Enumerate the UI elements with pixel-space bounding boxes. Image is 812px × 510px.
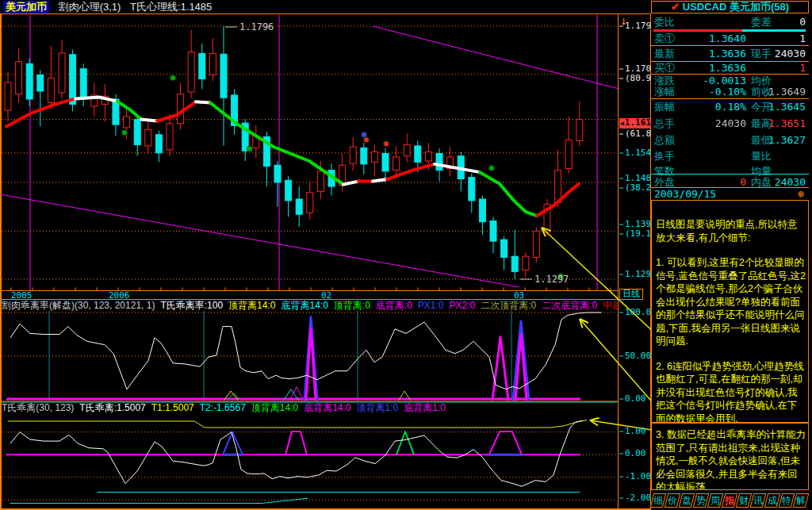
quote-cell: 1.3640 — [686, 33, 746, 44]
bottom-panel-plot — [2, 420, 617, 504]
quote-row: 总手24030最高1.3651 — [651, 118, 809, 129]
tab-势[interactable]: 势 — [693, 493, 709, 508]
mid-indicator-header: 割肉乖离率(解盘)(30, 123, 20121, 1)T氏乖离率:100顶背离… — [2, 301, 617, 311]
bid-ask-ratio-bar — [653, 29, 806, 32]
indicator-header-item: T2:-1.6567 — [200, 403, 246, 413]
indicator-header-item: T氏乖离(30, 123) — [2, 403, 74, 413]
price-axis-strip: ↓ 1.17961.1701(80.9%)1.1612(61.8%)1.1546… — [619, 14, 651, 508]
psychology-line — [6, 98, 579, 217]
bottom-tab-bar: 细价盘势周指财讯成特解 — [651, 492, 812, 508]
quote-row: 振幅0.18%今开1.3645 — [651, 102, 809, 113]
indicator-header-item: 顶背离14:0 — [251, 403, 298, 413]
panel-divider — [651, 45, 809, 46]
tab-成[interactable]: 成 — [764, 493, 780, 508]
indicator-header-item: 顶背离:0 — [334, 301, 370, 311]
quote-cell: 24030 — [753, 177, 806, 188]
bottom-indicator-header: T氏乖离(30, 123)T氏乖离:1.5007T1:1.5007T2:-1.6… — [2, 403, 617, 413]
quote-cell: 1.3651 — [753, 118, 806, 129]
tab-价[interactable]: 价 — [665, 493, 680, 508]
axis-label: 0.00 — [625, 449, 646, 458]
scroll-down-icon[interactable]: ↓ — [621, 14, 626, 27]
tab-指[interactable]: 指 — [722, 493, 737, 508]
annotation-point-3: 3. 数据已经超出乖离率的计算能力范围了,只有请出祖宗来,出现这种情况,一般不久… — [656, 428, 806, 490]
panel-frames — [0, 1, 652, 509]
quote-cell: 卖① — [654, 33, 675, 44]
trend-channel-lines — [0, 26, 619, 287]
tab-财[interactable]: 财 — [736, 493, 752, 508]
annotation-box-1: 日线图是要说明的重点,所以特意放大来看,有几个细节: 1. 可以看到,这里有2个… — [651, 200, 809, 423]
tab-细[interactable]: 细 — [650, 493, 666, 508]
main-gridlines — [2, 26, 617, 279]
quote-cell: 1.3636 — [686, 63, 746, 74]
x-axis-label: 2006 — [109, 291, 130, 300]
indicator-header-item: 顶背离1:0 — [357, 403, 399, 413]
quote-row: 笔数均量 — [651, 166, 809, 177]
x-axis-label: 2005 — [11, 291, 33, 300]
symbol-name[interactable]: 美元加币 — [3, 1, 49, 13]
main-separators — [30, 15, 597, 290]
axis-label: -2.00 — [625, 493, 651, 503]
tab-讯[interactable]: 讯 — [750, 493, 766, 508]
quote-cell: 1.3649 — [753, 86, 806, 98]
quote-cell: 委比 — [654, 17, 675, 28]
quote-cell: 均量 — [751, 166, 772, 177]
quote-cell: 24030 — [753, 48, 806, 59]
indicator-header-item: T1:1.5007 — [151, 403, 194, 413]
date-row: 2003/09/15 ⊕ — [651, 189, 809, 200]
quote-cell: -0.10% — [686, 86, 746, 98]
quote-row: 换手量比 — [651, 151, 809, 162]
period-label[interactable]: 日线 — [619, 289, 643, 300]
x-axis-label: 02 — [321, 291, 331, 300]
annotation-point-1: 1. 可以看到,这里有2个比较显眼的信号,蓝色信号重叠了品红色号,这2个都是骗线… — [656, 256, 806, 348]
annotation-intro: 日线图是要说明的重点,所以特意放大来看,有几个细节: — [656, 218, 806, 244]
quote-cell: 最新 — [654, 48, 675, 59]
quote-cell: 涨幅 — [654, 86, 675, 98]
quote-cell: 24030 — [686, 118, 746, 129]
crosshair-icon[interactable]: ⊕ — [798, 189, 804, 200]
quote-cell: 1 — [753, 63, 806, 74]
quote-cell: 换手 — [654, 151, 675, 162]
quote-cell: 0 — [686, 177, 746, 188]
quote-cell: 外盘 — [654, 177, 675, 188]
indicator-header-item: PX2:0 — [450, 301, 476, 311]
quote-cell: 1 — [753, 33, 806, 44]
quote-row: 涨幅-0.10%前收1.3649 — [651, 86, 809, 98]
indicator-header-item: 底背离14:0 — [281, 301, 327, 311]
price-callouts: 1.17961.1297 — [225, 21, 569, 285]
quote-cell: 总额 — [654, 135, 675, 146]
quote-panel: ✔USDCAD 美元加币(58) 委比委差0卖①1.36401最新1.3636现… — [651, 0, 812, 510]
quote-row: 最新1.3636现手24030 — [651, 48, 809, 59]
quote-row: 总额最低1.3627 — [651, 135, 809, 146]
x-axis-label: 03 — [514, 291, 524, 300]
annotation-point-2: 2. 6连阳似乎趋势强劲,心理趋势线也翻红了,可是,在翻红的那一刻,却并没有出现… — [656, 360, 806, 424]
indicator-header-item: 底背离:0 — [376, 301, 412, 311]
panel-divider — [651, 74, 809, 75]
axis-label: -1.00 — [625, 472, 651, 481]
tab-特[interactable]: 特 — [779, 493, 795, 508]
quote-cell: 1.3627 — [753, 135, 806, 146]
quote-cell: 买① — [654, 63, 675, 74]
panel-divider — [651, 61, 809, 62]
indicator-header-item: T氏乖离:1.5007 — [79, 403, 145, 413]
ratio-bar-red — [653, 29, 742, 32]
mid-panel-plot — [2, 310, 617, 402]
indicator-header-item: 割肉乖离率(解盘)(30, 123, 20121, 1) — [2, 301, 155, 311]
axis-label: 0.00 — [625, 394, 646, 404]
tab-盘[interactable]: 盘 — [679, 493, 695, 508]
quote-cell: 1.3636 — [686, 48, 746, 59]
quote-cell: 0 — [753, 17, 806, 28]
quote-row: 委比委差0 — [651, 17, 809, 28]
ratio-bar-cyan — [742, 29, 806, 32]
indicator-name: 割肉心理(3,1) — [59, 1, 121, 13]
indicator-reading: T氏心理线:1.1485 — [130, 1, 212, 13]
annotation-box-2: 3. 数据已经超出乖离率的计算能力范围了,只有请出祖宗来,出现这种情况,一般不久… — [651, 423, 809, 490]
axis-label: 50.00 — [625, 351, 651, 361]
quote-cell: 0.18% — [686, 102, 746, 113]
tab-解[interactable]: 解 — [793, 493, 809, 508]
quote-row: 卖①1.36401 — [651, 33, 809, 44]
indicator-header-item: T氏乖离率:100 — [160, 301, 223, 311]
charts-canvas: 1.17961.1297 — [0, 0, 652, 510]
indicator-header-item: 底背离14:0 — [304, 403, 350, 413]
tab-周[interactable]: 周 — [707, 493, 723, 508]
quote-cell: 均价 — [751, 75, 772, 86]
